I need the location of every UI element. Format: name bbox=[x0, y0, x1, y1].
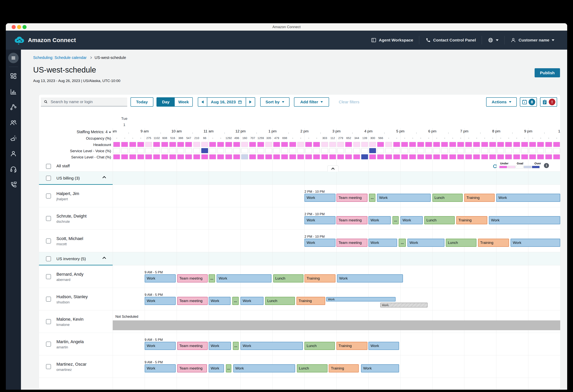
staff-checkbox[interactable] bbox=[46, 216, 51, 221]
shift-block-lunch[interactable]: Lunch bbox=[265, 297, 295, 305]
shift-block-work[interactable]: Work bbox=[304, 194, 336, 202]
shift-block-work[interactable]: Work bbox=[361, 364, 399, 373]
users-icon[interactable] bbox=[10, 119, 17, 126]
shift-block-break[interactable]: ... bbox=[232, 297, 239, 305]
group-row[interactable]: US inventory (5) bbox=[39, 252, 560, 266]
agent-workspace-link[interactable]: Agent Workspace bbox=[365, 37, 419, 43]
previous-day-button[interactable] bbox=[198, 98, 207, 106]
info-icon[interactable]: i bbox=[544, 163, 549, 168]
account-menu[interactable]: Customer name bbox=[504, 37, 560, 43]
shift-block-work[interactable]: Work bbox=[496, 194, 560, 202]
shift-block-work[interactable]: Work bbox=[304, 239, 336, 247]
shift-block-training[interactable]: Training bbox=[337, 342, 367, 350]
date-picker-button[interactable]: Aug 16, 2023 bbox=[207, 98, 246, 106]
shift-block-break[interactable]: ... bbox=[233, 342, 239, 350]
profile-icon[interactable] bbox=[10, 150, 17, 158]
staff-checkbox[interactable] bbox=[46, 194, 51, 198]
contact-control-panel-link[interactable]: Contact Control Panel bbox=[419, 37, 482, 43]
actions-button[interactable]: Actions bbox=[486, 97, 517, 107]
shift-block-work[interactable]: Work bbox=[337, 274, 403, 283]
staff-checkbox[interactable] bbox=[46, 238, 51, 244]
breadcrumb-parent-link[interactable]: Scheduling: Schedule calendar bbox=[33, 55, 87, 60]
group-checkbox[interactable] bbox=[46, 176, 51, 181]
shift-block-work[interactable]: Work bbox=[377, 194, 431, 202]
next-day-button[interactable] bbox=[246, 98, 255, 106]
shift-block-lunch[interactable]: Lunch bbox=[297, 364, 327, 373]
staff-checkbox[interactable] bbox=[46, 364, 51, 369]
shift-block-work[interactable]: Work bbox=[145, 364, 176, 373]
sort-by-button[interactable]: Sort by bbox=[260, 97, 289, 107]
shift-block-break[interactable]: ... bbox=[393, 216, 399, 224]
shift-block-work[interactable]: Work bbox=[145, 274, 176, 283]
shift-block-lunch[interactable]: Lunch bbox=[432, 194, 463, 202]
shift-block-lunch[interactable]: Lunch bbox=[424, 216, 455, 224]
shift-block-team-meeting[interactable]: Team meeting bbox=[177, 364, 207, 373]
staff-checkbox[interactable] bbox=[46, 297, 51, 302]
schedule-alerts-button[interactable]: 8 bbox=[520, 97, 537, 107]
all-staff-checkbox[interactable] bbox=[46, 164, 51, 169]
staff-checkbox[interactable] bbox=[46, 274, 51, 279]
shift-block-work[interactable]: Work bbox=[489, 216, 560, 224]
shift-block-lunch[interactable]: Lunch bbox=[304, 342, 335, 350]
language-menu[interactable] bbox=[482, 37, 504, 43]
analytics-icon[interactable] bbox=[10, 88, 17, 95]
shift-block-work[interactable]: Work bbox=[380, 303, 428, 307]
staff-checkbox[interactable] bbox=[46, 342, 51, 347]
shift-block-work[interactable]: Work bbox=[216, 274, 272, 283]
staffing-metrics-label[interactable]: Staffing Metrics: 4 bbox=[39, 130, 111, 134]
shift-block-training[interactable]: Training bbox=[329, 364, 359, 373]
refresh-icon[interactable] bbox=[492, 164, 498, 169]
shift-block-work[interactable]: Work bbox=[400, 216, 423, 224]
shift-block-work[interactable]: Work bbox=[209, 297, 231, 305]
shift-block-break[interactable]: ... bbox=[209, 274, 215, 283]
shift-block-work[interactable]: Work bbox=[240, 297, 264, 305]
headset-icon[interactable] bbox=[10, 166, 17, 173]
shift-block-work[interactable]: Work bbox=[145, 297, 176, 305]
shift-block-training[interactable]: Training bbox=[304, 274, 336, 283]
shift-block-team-meeting[interactable]: Team meeting bbox=[337, 239, 367, 247]
collapse-metrics-button[interactable] bbox=[327, 165, 339, 172]
shift-block-work[interactable]: Work bbox=[304, 216, 336, 224]
phone-message-icon[interactable] bbox=[10, 181, 17, 188]
chevron-up-icon[interactable] bbox=[102, 176, 106, 179]
add-filter-button[interactable]: Add filter bbox=[294, 97, 329, 107]
announcements-icon[interactable] bbox=[10, 135, 17, 142]
shift-block-work[interactable]: Work bbox=[326, 297, 395, 302]
shift-block-work[interactable]: Work bbox=[368, 342, 399, 350]
dashboard-icon[interactable] bbox=[10, 72, 17, 80]
group-row[interactable]: US billing (3) bbox=[39, 172, 560, 185]
routing-icon[interactable] bbox=[10, 104, 17, 111]
today-button[interactable]: Today bbox=[130, 97, 153, 107]
rules-alert-button[interactable]: ! bbox=[540, 97, 557, 107]
clear-filters-link[interactable]: Clear filters bbox=[339, 100, 359, 104]
shift-block-work[interactable]: Work bbox=[407, 239, 445, 247]
group-checkbox[interactable] bbox=[46, 256, 51, 261]
shift-block-break[interactable]: ... bbox=[369, 194, 376, 202]
shift-block-work[interactable]: Work bbox=[240, 342, 303, 350]
staff-checkbox[interactable] bbox=[46, 319, 51, 324]
shift-block-team-meeting[interactable]: Team meeting bbox=[177, 342, 208, 350]
shift-block-training[interactable]: Training bbox=[464, 194, 495, 202]
shift-block-work[interactable]: Work bbox=[209, 364, 224, 373]
search-field[interactable] bbox=[41, 98, 127, 107]
shift-block-work[interactable]: Work bbox=[511, 239, 560, 247]
shift-block-lunch[interactable]: Lunch bbox=[273, 274, 304, 283]
publish-button[interactable]: Publish bbox=[535, 68, 560, 77]
shift-block-lunch[interactable]: Lunch bbox=[446, 239, 476, 247]
shift-block-training[interactable]: Training bbox=[297, 297, 325, 305]
shift-block-team-meeting[interactable]: Team meeting bbox=[337, 216, 367, 224]
shift-block-team-meeting[interactable]: Team meeting bbox=[177, 297, 208, 305]
shift-block-work[interactable]: Work bbox=[368, 239, 397, 247]
week-toggle-button[interactable]: Week bbox=[175, 98, 192, 106]
shift-block-training[interactable]: Training bbox=[456, 216, 487, 224]
chevron-up-icon[interactable] bbox=[102, 257, 106, 260]
menu-toggle-button[interactable] bbox=[8, 53, 19, 63]
search-input[interactable] bbox=[50, 99, 125, 104]
shift-block-work[interactable]: Work bbox=[233, 364, 295, 373]
shift-block-break[interactable]: ... bbox=[226, 364, 231, 373]
shift-block-team-meeting[interactable]: Team meeting bbox=[177, 274, 208, 283]
shift-block-team-meeting[interactable]: Team meeting bbox=[337, 194, 367, 202]
shift-block-break[interactable]: ... bbox=[399, 239, 406, 247]
shift-block-work[interactable]: Work bbox=[209, 342, 231, 350]
shift-block-work[interactable]: Work bbox=[145, 342, 176, 350]
